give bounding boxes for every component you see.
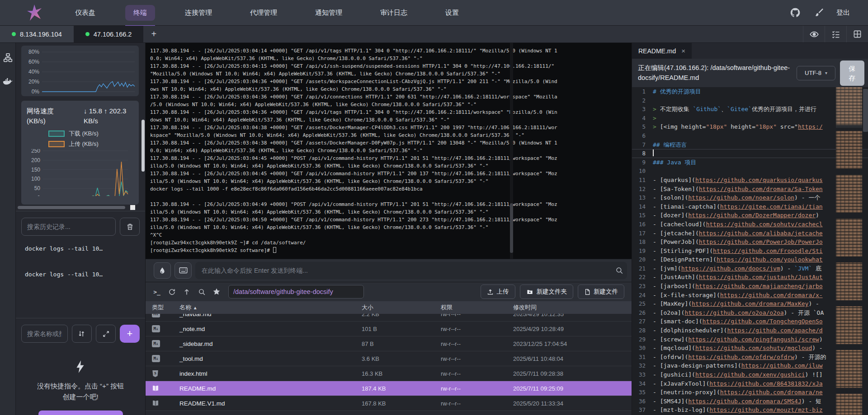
- favorite-star-icon[interactable]: [211, 286, 222, 298]
- add-session-button[interactable]: +: [143, 26, 164, 42]
- editor-line-1[interactable]: 1# 优秀的开源项目: [632, 87, 868, 96]
- refresh-icon[interactable]: [166, 286, 178, 298]
- sort-icon[interactable]: [72, 325, 92, 343]
- add-first-snippet-button[interactable]: 添加第一个快捷指令: [38, 410, 123, 415]
- editor-line-18[interactable]: 18- [PowerJob](https://github.com/PowerJ…: [632, 238, 868, 247]
- column-time[interactable]: 修改时间: [513, 303, 632, 312]
- editor-line-20[interactable]: 20- [DesignPattern](https://github.com/y…: [632, 255, 868, 264]
- close-tab-icon[interactable]: ×: [681, 47, 685, 55]
- session-tab-47.106.166.2[interactable]: 47.106.166.2: [74, 26, 144, 42]
- editor-line-7[interactable]: 7## 编程语言: [632, 140, 868, 149]
- column-perm[interactable]: 权限: [441, 303, 513, 312]
- file-row-_sidebar.md[interactable]: M↓_sidebar.md87 Brw-r--r--2023/12/25 17:…: [146, 336, 632, 351]
- history-item[interactable]: docker logs --tail 10…: [21, 236, 140, 261]
- add-snippet-button[interactable]: +: [120, 325, 140, 343]
- new-folder-button[interactable]: 新建文件夹: [520, 284, 574, 299]
- editor-line-13[interactable]: 13- [solon](https://github.com/noear/sol…: [632, 193, 868, 202]
- editor-line-28[interactable]: 28- [dolphinscheduler](https://github.co…: [632, 326, 868, 335]
- editor-line-24[interactable]: 24- [x-file-storage](https://github.com/…: [632, 291, 868, 300]
- nav-item-1[interactable]: 终端: [125, 5, 155, 21]
- legend-item[interactable]: 上传 (KB/s): [48, 140, 133, 148]
- editor-line-2[interactable]: 2: [632, 96, 868, 105]
- code-editor[interactable]: 1# 优秀的开源项目23> 不定期收集 `Github`、`Gitee`优秀的开…: [632, 87, 868, 415]
- editor-line-27[interactable]: 27- [smart-doc](https://github.com/Tongc…: [632, 317, 868, 326]
- editor-scrollbar[interactable]: [863, 88, 868, 414]
- expand-icon[interactable]: [96, 325, 116, 343]
- clear-terminal-icon[interactable]: [154, 262, 171, 279]
- file-row-_navbar.md[interactable]: M↓_navbar.md2.2 KBrw-r--r--2025/4/29 10:…: [146, 314, 632, 322]
- nav-item-3[interactable]: 代理管理: [242, 5, 285, 21]
- editor-line-4[interactable]: 4>: [632, 114, 868, 123]
- docker-icon[interactable]: [2, 76, 13, 87]
- column-type[interactable]: 类型: [146, 303, 179, 312]
- sessions-sitemap-icon[interactable]: [3, 53, 13, 62]
- column-name[interactable]: 名称 ▲: [179, 303, 362, 312]
- logout-link[interactable]: 登出: [836, 9, 850, 17]
- editor-line-30[interactable]: 30- [mqcloud](https://github.com/sohutv/…: [632, 344, 868, 353]
- terminal-output[interactable]: 117.30.88.194 - - [26/Jul/2025:03:04:14 …: [146, 43, 632, 259]
- editor-line-14[interactable]: 14- [tianai-captcha](https://gitee.com/t…: [632, 202, 868, 211]
- file-row-index.html[interactable]: 5index.html16.3 KBrw-r--r--2025/7/11 09:…: [146, 366, 632, 381]
- file-row-README.V1.md[interactable]: README.V1.md167.8 KBrw-r--r--2025/5/20 1…: [146, 396, 632, 411]
- sidebar-vertical-scrollbar[interactable]: [142, 120, 145, 172]
- nav-item-4[interactable]: 通知管理: [307, 5, 350, 21]
- clear-history-trash-icon[interactable]: [120, 218, 140, 236]
- file-row-_tool.md[interactable]: M↓_tool.md3.6 KBrw-r--r--2025/6/11 10:48…: [146, 351, 632, 366]
- history-item[interactable]: docker logs --tail 10…: [21, 261, 140, 287]
- editor-line-3[interactable]: 3> 不定期收集 `Github`、`Gitee`优秀的开源项目，并进行: [632, 105, 868, 114]
- editor-line-36[interactable]: 36- [SMS4J](https://github.com/dromara/S…: [632, 397, 868, 406]
- editor-line-32[interactable]: 32- [java-design-patterns](https://githu…: [632, 361, 868, 370]
- grid-layout-icon[interactable]: [846, 26, 868, 42]
- file-row-_note.md[interactable]: M↓_note.md101 Brw-r--r--2025/4/29 10:28:…: [146, 322, 632, 336]
- open-terminal-icon[interactable]: >_: [151, 286, 163, 298]
- editor-tab-readme[interactable]: README.md ×: [632, 43, 692, 59]
- editor-line-26[interactable]: 26- [o2oa](https://github.com/o2oa/o2oa)…: [632, 308, 868, 317]
- editor-line-17[interactable]: 17- [jetcache](https://github.com/alibab…: [632, 229, 868, 238]
- editor-line-37[interactable]: 37- [mzt-biz-log](https://github.com/mou…: [632, 406, 868, 415]
- editor-line-15[interactable]: 15- [dozer](https://github.com/DozerMapp…: [632, 211, 868, 220]
- path-input[interactable]: [228, 285, 364, 298]
- new-file-button[interactable]: 新建文件: [578, 284, 624, 299]
- nav-item-5[interactable]: 审计日志: [372, 5, 415, 21]
- editor-line-21[interactable]: 21- [jvm](https://github.com/doocs/jvm) …: [632, 264, 868, 273]
- editor-line-8[interactable]: 8: [632, 149, 868, 158]
- editor-line-6[interactable]: 6: [632, 131, 868, 140]
- watch-eye-icon[interactable]: [803, 26, 825, 42]
- command-input[interactable]: [202, 267, 615, 274]
- editor-line-23[interactable]: 23- [jarboot](https://github.com/majianz…: [632, 282, 868, 291]
- editor-line-10[interactable]: 10: [632, 167, 868, 176]
- editor-minimap[interactable]: [836, 87, 862, 415]
- upload-button[interactable]: 上传: [481, 284, 515, 299]
- save-button[interactable]: 保存: [840, 61, 864, 86]
- editor-line-11[interactable]: 11- [quarkus](https://github.com/quarkus…: [632, 176, 868, 185]
- editor-line-22[interactable]: 22- [JustAuth](https://github.com/justau…: [632, 273, 868, 282]
- github-icon[interactable]: [789, 7, 801, 19]
- editor-line-12[interactable]: 12- [Sa-Token](https://github.com/dromar…: [632, 185, 868, 194]
- editor-line-31[interactable]: 31- [ofdrw](https://github.com/ofdrw/ofd…: [632, 353, 868, 362]
- nav-item-0[interactable]: 仪表盘: [67, 5, 104, 21]
- parent-directory-icon[interactable]: [181, 286, 193, 298]
- editor-line-19[interactable]: 19- [Stirling-PDF](https://github.com/Fr…: [632, 247, 868, 256]
- encoding-select[interactable]: UTF-8 ▾: [797, 66, 835, 80]
- charts-horizontal-scrollbar[interactable]: [18, 206, 136, 209]
- file-row-README.md[interactable]: README.md187.4 KBrw-r--r--2025/7/11 09:2…: [146, 381, 632, 396]
- command-search-icon[interactable]: [615, 266, 623, 275]
- editor-line-25[interactable]: 25- [MaxKey](https://github.com/dromara/…: [632, 299, 868, 308]
- file-search-icon[interactable]: [196, 286, 208, 298]
- terminal-scrollbar[interactable]: [510, 43, 513, 259]
- theme-brush-icon[interactable]: [813, 7, 825, 19]
- editor-line-33[interactable]: 33- [gushici](https://github.com/xenv/gu…: [632, 370, 868, 379]
- editor-line-34[interactable]: 34- [xJavaFxTool](https://github.com/864…: [632, 379, 868, 388]
- editor-line-35[interactable]: 35- [neutrino-proxy](https://github.com/…: [632, 388, 868, 397]
- editor-line-5[interactable]: 5> [<img height="18px" height="18px" src…: [632, 122, 868, 131]
- nav-item-6[interactable]: 设置: [437, 5, 467, 21]
- column-size[interactable]: 大小: [362, 303, 441, 312]
- session-tab-8.134.196.104[interactable]: 8.134.196.104: [0, 26, 74, 42]
- history-search-input[interactable]: [21, 218, 116, 236]
- editor-line-9[interactable]: 9### Java 项目: [632, 158, 868, 167]
- legend-item[interactable]: 下载 (KB/s): [48, 130, 133, 138]
- editor-line-29[interactable]: 29- [screw](https://github.com/pingfangu…: [632, 335, 868, 344]
- task-list-icon[interactable]: [825, 26, 846, 42]
- editor-line-16[interactable]: 16- [cachecloud](https://github.com/sohu…: [632, 220, 868, 229]
- virtual-keyboard-icon[interactable]: [175, 262, 192, 279]
